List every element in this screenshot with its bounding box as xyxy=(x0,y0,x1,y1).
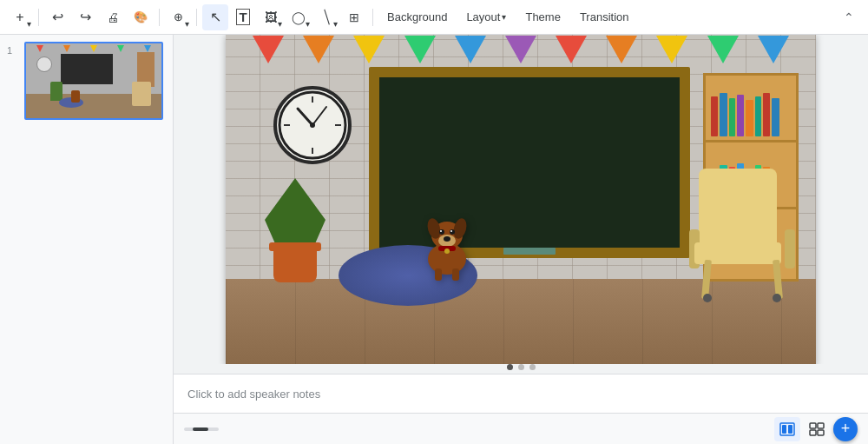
thumb-banner xyxy=(144,45,151,52)
banner-flag-blue xyxy=(455,36,486,63)
banner-flag-purple xyxy=(505,36,536,63)
potted-plant xyxy=(265,178,326,282)
zoom-button[interactable]: ⊕ xyxy=(165,4,191,30)
svg-point-15 xyxy=(440,230,442,232)
svg-point-21 xyxy=(444,249,450,254)
bottom-left xyxy=(184,427,219,431)
banner-flag-green2 xyxy=(707,36,739,63)
book xyxy=(772,98,779,136)
slide-dot-3[interactable] xyxy=(529,364,536,370)
bottom-bar: + xyxy=(174,413,868,444)
svg-point-14 xyxy=(450,229,455,235)
slide-dot-2[interactable] xyxy=(518,364,524,370)
zoom-icon: ⊕ xyxy=(174,10,183,23)
plant-pot xyxy=(273,248,317,282)
speaker-notes[interactable]: Click to add speaker notes xyxy=(174,374,868,413)
undo-button[interactable]: ↩ xyxy=(44,4,70,30)
banner-flag-red2 xyxy=(556,36,587,63)
background-button[interactable]: Background xyxy=(378,4,456,30)
slides-panel: 1 xyxy=(0,35,174,444)
slide-canvas[interactable] xyxy=(226,35,816,364)
svg-rect-26 xyxy=(818,423,824,428)
layout-button[interactable]: Layout ▾ xyxy=(457,4,515,30)
thumb-chair xyxy=(132,82,151,106)
textbox-button[interactable]: T xyxy=(230,4,256,30)
slide-scene xyxy=(226,35,816,364)
wall-clock xyxy=(273,86,352,164)
banner-flag-orange xyxy=(303,36,334,63)
accessibility-icon: ⊞ xyxy=(349,10,359,24)
wheel-right xyxy=(773,294,781,302)
slide-1-container: 1 xyxy=(0,35,173,127)
svg-rect-23 xyxy=(782,425,786,434)
banner-flag-orange2 xyxy=(606,36,637,63)
thumb-plant xyxy=(50,82,62,101)
main-area: 1 xyxy=(0,35,868,444)
filmstrip-icon xyxy=(779,422,795,436)
slide-number: 1 xyxy=(7,42,19,56)
canvas-area: Click to add speaker notes xyxy=(174,35,868,444)
thumb-dog xyxy=(71,90,80,103)
line-button[interactable]: ╱ xyxy=(313,4,339,30)
notes-placeholder: Click to add speaker notes xyxy=(187,388,320,401)
image-button[interactable]: 🖼 xyxy=(258,4,284,30)
collapse-toolbar-button[interactable]: ⌃ xyxy=(837,5,861,30)
toolbar-divider-2 xyxy=(159,9,160,26)
grid-view-button[interactable] xyxy=(804,417,830,441)
scroll-thumb xyxy=(193,427,208,431)
redo-icon: ↪ xyxy=(80,9,91,25)
chair xyxy=(686,169,799,299)
book xyxy=(763,93,770,136)
explore-button[interactable]: + xyxy=(833,417,858,441)
theme-button[interactable]: Theme xyxy=(516,4,569,30)
book xyxy=(737,95,744,136)
thumb-banner xyxy=(63,45,70,52)
banner-flag-blue2 xyxy=(758,36,789,63)
slide-1-thumbnail[interactable] xyxy=(24,42,163,120)
plant-leaves xyxy=(265,178,326,248)
banner-flag-yellow2 xyxy=(656,36,687,63)
svg-rect-24 xyxy=(788,425,792,434)
paint-format-button[interactable]: 🎨 xyxy=(128,4,154,30)
accessibility-button[interactable]: ⊞ xyxy=(341,4,367,30)
scroll-indicator[interactable] xyxy=(184,427,219,431)
toolbar: + ↩ ↪ 🖨 🎨 ⊕ ↖ T 🖼 ◯ ╱ ⊞ Background Layou… xyxy=(0,0,868,35)
svg-point-7 xyxy=(310,123,315,128)
undo-icon: ↩ xyxy=(52,9,63,25)
thumb-scene xyxy=(26,43,161,118)
grid-icon xyxy=(809,422,825,436)
svg-rect-27 xyxy=(810,430,816,435)
toolbar-divider-3 xyxy=(196,9,197,26)
transition-button[interactable]: Transition xyxy=(571,4,638,30)
layout-dropdown-icon: ▾ xyxy=(502,12,506,22)
new-slide-button[interactable]: + xyxy=(7,4,33,30)
svg-point-17 xyxy=(444,236,450,242)
banner-flags xyxy=(226,35,816,63)
thumb-board xyxy=(61,54,113,84)
svg-point-13 xyxy=(439,229,444,235)
chevron-up-icon: ⌃ xyxy=(844,10,854,24)
print-button[interactable]: 🖨 xyxy=(100,4,126,30)
thumb-banner xyxy=(117,45,124,52)
thumb-clock xyxy=(36,56,52,72)
banner-flag-yellow xyxy=(353,36,385,63)
filmstrip-view-button[interactable] xyxy=(774,417,800,441)
book xyxy=(711,96,718,136)
svg-rect-18 xyxy=(435,268,442,281)
shapes-button[interactable]: ◯ xyxy=(286,4,312,30)
cursor-icon: ↖ xyxy=(210,9,221,25)
add-icon: + xyxy=(16,10,23,25)
plus-icon: + xyxy=(841,420,851,438)
slide-canvas-wrapper xyxy=(174,35,868,364)
shapes-icon: ◯ xyxy=(292,10,306,24)
toolbar-divider-1 xyxy=(38,9,39,26)
select-button[interactable]: ↖ xyxy=(202,4,228,30)
book-shelf-1 xyxy=(706,76,796,142)
redo-button[interactable]: ↪ xyxy=(72,4,98,30)
banner-flag-red xyxy=(253,36,284,63)
thumb-banner xyxy=(36,45,43,52)
svg-rect-25 xyxy=(810,423,816,428)
slide-dot-1[interactable] xyxy=(507,364,513,370)
wheel-left xyxy=(703,294,712,302)
line-icon: ╱ xyxy=(319,10,334,24)
